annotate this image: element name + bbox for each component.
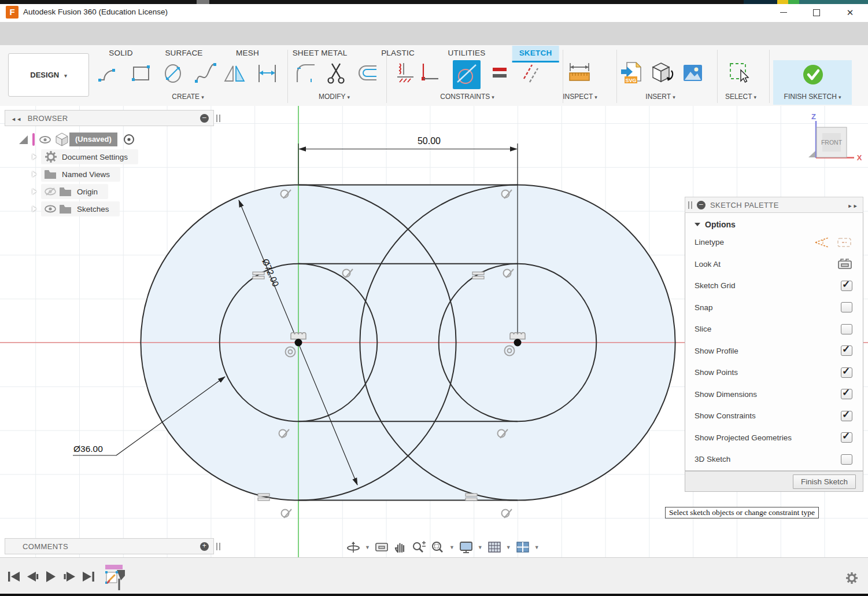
show-dimensions-checkbox[interactable] <box>841 389 852 399</box>
view-cube[interactable]: FRONT Z X <box>807 113 868 171</box>
visibility-off-eye-icon[interactable] <box>45 187 56 196</box>
center-point-left[interactable] <box>295 339 302 347</box>
group-label-create[interactable]: CREATE <box>172 93 204 101</box>
root-document-label[interactable]: (Unsaved) <box>69 133 117 146</box>
modify-trim-icon[interactable] <box>324 60 349 88</box>
expand-arrow-icon[interactable] <box>32 154 36 160</box>
sketch-grid-checkbox[interactable] <box>841 281 852 291</box>
palette-expand-icon[interactable] <box>847 201 858 209</box>
visibility-eye-icon[interactable] <box>45 205 56 213</box>
step-forward-icon[interactable] <box>64 572 75 582</box>
modify-offset-icon[interactable] <box>356 60 381 88</box>
fit-zoom-icon[interactable] <box>430 540 445 554</box>
tab-mesh[interactable]: MESH <box>229 46 266 61</box>
palette-minimize-icon[interactable] <box>697 201 706 209</box>
minimize-button[interactable] <box>771 4 796 21</box>
browser-grip[interactable] <box>216 115 220 122</box>
viewcube-face-label[interactable]: FRONT <box>821 139 843 146</box>
3d-sketch-checkbox[interactable] <box>841 454 852 465</box>
tab-plastic[interactable]: PLASTIC <box>374 46 422 61</box>
go-to-end-icon[interactable] <box>83 572 94 582</box>
select-icon[interactable] <box>726 60 752 88</box>
viewports-caret-icon[interactable]: ▼ <box>534 545 540 550</box>
collapse-panel-icon[interactable] <box>11 114 22 123</box>
tab-surface[interactable]: SURFACE <box>158 46 209 61</box>
constraint-tangent-button-active[interactable] <box>453 60 481 89</box>
play-icon[interactable] <box>46 571 56 582</box>
inspect-measure-icon[interactable] <box>567 60 592 88</box>
visibility-eye-icon[interactable] <box>39 136 51 144</box>
comments-grip[interactable] <box>216 543 220 550</box>
look-at-icon[interactable] <box>837 258 852 270</box>
finish-sketch-dialog-button[interactable]: Finish Sketch <box>793 474 856 489</box>
group-label-inspect[interactable]: INSPECT <box>563 93 597 101</box>
timeline-sketch-feature[interactable] <box>105 565 131 594</box>
create-rectangle-icon[interactable] <box>129 60 154 88</box>
browser-header[interactable]: BROWSER <box>5 110 214 126</box>
group-label-constraints[interactable]: CONSTRAINTS <box>440 93 494 101</box>
viewports-icon[interactable] <box>515 540 530 554</box>
constraint-horizontal-vertical-icon[interactable] <box>394 60 419 88</box>
insert-canvas-icon[interactable] <box>680 60 706 88</box>
create-circle-icon[interactable] <box>161 60 186 88</box>
pan-hand-icon[interactable] <box>393 540 407 554</box>
fit-caret-icon[interactable]: ▼ <box>449 545 455 550</box>
tab-utilities[interactable]: UTILITIES <box>441 46 493 61</box>
orbit-icon[interactable] <box>346 540 361 554</box>
browser-root-row[interactable]: (Unsaved) <box>5 131 220 148</box>
browser-item-origin[interactable]: Origin <box>5 183 220 200</box>
timeline-position-marker[interactable] <box>117 570 125 580</box>
insert-svg-icon[interactable]: SVG <box>619 60 644 88</box>
orbit-caret-icon[interactable]: ▼ <box>365 545 370 550</box>
show-constraints-checkbox[interactable] <box>841 411 852 421</box>
tab-solid[interactable]: SOLID <box>102 46 140 61</box>
create-spline-icon[interactable] <box>193 60 219 88</box>
tab-sheet-metal[interactable]: SHEET METAL <box>286 46 354 61</box>
dimension-50-label[interactable]: 50.00 <box>418 136 441 146</box>
group-label-select[interactable]: SELECT <box>725 93 756 101</box>
comments-header[interactable]: COMMENTS <box>5 538 214 554</box>
show-projected-geometries-checkbox[interactable] <box>841 432 852 443</box>
browser-item-document-settings[interactable]: Document Settings <box>5 148 220 165</box>
browser-item-named-views[interactable]: Named Views <box>5 165 220 183</box>
step-back-icon[interactable] <box>27 572 39 582</box>
palette-header[interactable]: SKETCH PALETTE <box>685 197 863 213</box>
insert-mesh-icon[interactable] <box>649 60 675 88</box>
add-comment-icon[interactable] <box>200 542 209 551</box>
construction-linetype-icon[interactable] <box>814 236 830 249</box>
snap-checkbox[interactable] <box>841 302 852 312</box>
activate-radio-icon[interactable] <box>123 134 135 145</box>
options-section-header[interactable]: Options <box>685 213 863 231</box>
show-profile-checkbox[interactable] <box>841 345 852 356</box>
constraint-equal-icon[interactable] <box>487 60 512 88</box>
timeline-settings-gear-icon[interactable] <box>845 572 858 584</box>
maximize-button[interactable] <box>804 4 829 21</box>
grid-caret-icon[interactable]: ▼ <box>506 545 511 550</box>
centerline-linetype-icon[interactable] <box>836 236 852 249</box>
go-to-start-icon[interactable] <box>8 572 20 582</box>
create-mirror-icon[interactable] <box>222 60 248 88</box>
close-button[interactable]: ✕ <box>837 4 863 21</box>
design-workspace-selector[interactable]: DESIGN <box>8 53 89 97</box>
expand-arrow-icon[interactable] <box>32 171 36 177</box>
browser-item-sketches[interactable]: Sketches <box>5 200 220 218</box>
group-label-insert[interactable]: INSERT <box>645 93 675 101</box>
zoom-icon[interactable] <box>411 540 426 554</box>
display-settings-icon[interactable] <box>459 540 474 554</box>
look-at-nav-icon[interactable] <box>374 541 389 554</box>
modify-fillet-icon[interactable] <box>294 60 319 88</box>
expand-arrow-icon[interactable] <box>32 189 36 194</box>
palette-grip[interactable] <box>688 201 692 209</box>
slice-checkbox[interactable] <box>841 324 852 334</box>
grid-settings-icon[interactable] <box>487 540 502 554</box>
create-dimension-icon[interactable] <box>254 60 280 88</box>
show-points-checkbox[interactable] <box>841 367 852 378</box>
display-caret-icon[interactable]: ▼ <box>478 545 483 550</box>
constraint-coincident-icon[interactable] <box>416 60 442 88</box>
group-label-modify[interactable]: MODIFY <box>319 93 350 101</box>
center-point-right[interactable] <box>514 339 522 347</box>
constraint-parallel-icon[interactable] <box>518 60 544 88</box>
browser-minimize-icon[interactable] <box>200 114 209 123</box>
group-label-finish-sketch[interactable]: FINISH SKETCH <box>784 93 841 101</box>
dimension-36-label[interactable]: Ø36.00 <box>73 444 103 454</box>
